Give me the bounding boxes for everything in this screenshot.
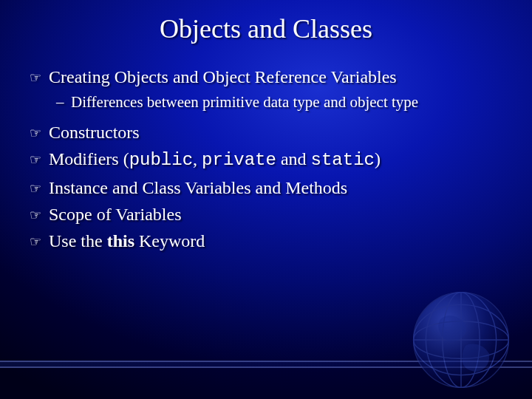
slide-title: Objects and Classes — [0, 0, 532, 44]
bullet-text: Use the this Keyword — [49, 229, 502, 253]
bullet-modifiers: ☞ Modifiers (public, private and static) — [30, 147, 502, 172]
pointer-icon: ☞ — [30, 120, 49, 144]
dash-icon: – — [56, 92, 71, 112]
keyword-this: this — [107, 231, 134, 250]
bullet-text: Scope of Variables — [49, 202, 502, 226]
text-fragment: Modifiers ( — [49, 149, 129, 168]
pointer-icon: ☞ — [30, 176, 49, 200]
bullet-this-keyword: ☞ Use the this Keyword — [30, 229, 502, 253]
globe-icon — [409, 288, 513, 392]
bullet-instance-class: ☞ Instance and Class Variables and Metho… — [30, 176, 502, 200]
pointer-icon: ☞ — [30, 202, 49, 226]
subbullet-text: Differences between primitive data type … — [71, 92, 418, 112]
bullet-text: Instance and Class Variables and Methods — [49, 176, 502, 200]
bullet-constructors: ☞ Constructors — [30, 120, 502, 144]
bullet-text: Constructors — [49, 120, 502, 144]
text-fragment: Keyword — [134, 231, 205, 250]
text-fragment: Use the — [49, 231, 107, 250]
pointer-icon: ☞ — [30, 65, 49, 89]
bullet-text: Creating Objects and Object Reference Va… — [49, 65, 502, 89]
bullet-scope: ☞ Scope of Variables — [30, 202, 502, 226]
code-static: static — [311, 150, 375, 170]
pointer-icon: ☞ — [30, 229, 49, 253]
text-fragment: and — [276, 149, 311, 168]
slide: Objects and Classes ☞ Creating Objects a… — [0, 0, 532, 399]
bullet-text: Modifiers (public, private and static) — [49, 147, 502, 172]
bullet-creating-objects: ☞ Creating Objects and Object Reference … — [30, 65, 502, 89]
text-fragment: , — [193, 149, 202, 168]
slide-body: ☞ Creating Objects and Object Reference … — [0, 44, 532, 253]
code-private: private — [202, 150, 276, 170]
code-public: public — [129, 150, 193, 170]
text-fragment: ) — [375, 149, 381, 168]
subbullet-differences: – Differences between primitive data typ… — [56, 92, 502, 112]
pointer-icon: ☞ — [30, 147, 49, 171]
